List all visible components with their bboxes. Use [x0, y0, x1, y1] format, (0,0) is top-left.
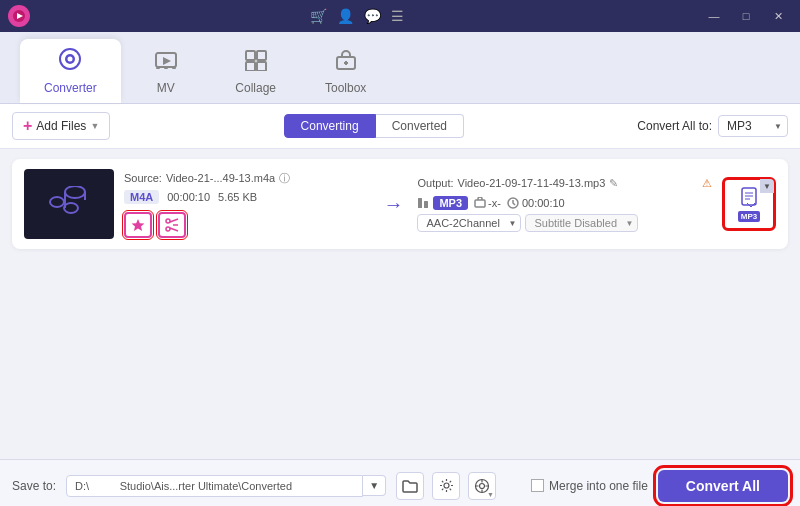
star-button[interactable]	[124, 212, 152, 238]
status-tabs: Converting Converted	[284, 114, 464, 138]
svg-point-24	[166, 227, 170, 231]
subtitle-select-wrap: Subtitle Disabled ▼	[525, 214, 638, 232]
close-button[interactable]: ✕	[764, 6, 792, 26]
source-info-icon[interactable]: ⓘ	[279, 171, 290, 186]
add-files-button[interactable]: + Add Files ▼	[12, 112, 110, 140]
svg-point-21	[64, 203, 78, 213]
svg-rect-12	[246, 62, 255, 71]
tab-bar: Converter MV Collage	[0, 32, 800, 104]
svg-rect-29	[424, 201, 428, 208]
svg-rect-11	[257, 51, 266, 60]
format-select[interactable]: MP3 MP4 AAC WAV	[718, 115, 788, 137]
output-duration-section: 00:00:10	[507, 197, 565, 209]
main-content: Source: Video-21-...49-13.m4a ⓘ M4A 00:0…	[0, 149, 800, 459]
folder-button[interactable]	[396, 472, 424, 500]
save-to-label: Save to:	[12, 479, 56, 493]
output-edit-icon[interactable]: ✎	[609, 177, 618, 190]
titlebar-utility-icons: 🛒 👤 💬 ☰	[310, 8, 404, 24]
cart-icon[interactable]: 🛒	[310, 8, 327, 24]
converting-tab[interactable]: Converting	[284, 114, 376, 138]
file-meta-row: M4A 00:00:10 5.65 KB	[124, 190, 369, 204]
output-duration: 00:00:10	[522, 197, 565, 209]
output-info: Output: Video-21-09-17-11-49-13.mp3 ✎ ⚠ …	[417, 177, 712, 232]
plus-icon: +	[23, 117, 32, 135]
svg-rect-7	[164, 67, 168, 69]
minimize-button[interactable]: —	[700, 6, 728, 26]
output-format-section: MP3	[417, 196, 468, 210]
source-filename: Video-21-...49-13.m4a	[166, 172, 275, 184]
output-info-icon[interactable]: ⚠	[702, 177, 712, 190]
add-files-dropdown-icon: ▼	[90, 121, 99, 131]
svg-rect-28	[418, 198, 422, 208]
thumbnail-dropdown-icon[interactable]: ▼	[760, 179, 774, 193]
tab-mv[interactable]: MV	[121, 43, 211, 103]
preferences-button[interactable]: ▼	[468, 472, 496, 500]
source-label: Source:	[124, 172, 162, 184]
tab-converter[interactable]: Converter	[20, 39, 121, 103]
merge-checkbox-wrap: Merge into one file	[531, 479, 648, 493]
bottom-icon-buttons: ▼	[396, 472, 496, 500]
collage-icon	[244, 49, 268, 77]
output-thumb-label: MP3	[738, 211, 760, 222]
svg-line-25	[170, 219, 178, 222]
file-thumbnail	[24, 169, 114, 239]
svg-point-18	[50, 197, 64, 207]
output-thumb-content: MP3	[738, 187, 760, 222]
tab-toolbox[interactable]: Toolbox	[301, 41, 391, 103]
svg-point-4	[68, 57, 73, 62]
svg-point-38	[480, 483, 485, 488]
output-label: Output:	[417, 177, 453, 189]
file-source-row: Source: Video-21-...49-13.m4a ⓘ	[124, 171, 369, 186]
output-mp3-badge: MP3	[433, 196, 468, 210]
settings-button[interactable]	[432, 472, 460, 500]
tab-converter-label: Converter	[44, 81, 97, 95]
file-item: Source: Video-21-...49-13.m4a ⓘ M4A 00:0…	[12, 159, 788, 249]
converter-icon	[58, 47, 82, 77]
output-filename: Video-21-09-17-11-49-13.mp3	[458, 177, 606, 189]
output-channel-row: AAC-2Channel AAC-Stereo ▼ Subtitle Disab…	[417, 214, 712, 232]
convert-all-to-label: Convert All to:	[637, 119, 712, 133]
svg-line-26	[170, 228, 178, 231]
file-info-left: Source: Video-21-...49-13.m4a ⓘ M4A 00:0…	[124, 171, 369, 238]
bottom-bar: Save to: ▼ ▼ Merge into one file	[0, 459, 800, 506]
save-path-input[interactable]	[66, 475, 363, 497]
svg-rect-30	[475, 200, 485, 207]
tab-toolbox-label: Toolbox	[325, 81, 366, 95]
svg-rect-10	[246, 51, 255, 60]
add-files-label: Add Files	[36, 119, 86, 133]
format-select-wrapper: MP3 MP4 AAC WAV ▼	[718, 115, 788, 137]
user-icon[interactable]: 👤	[337, 8, 354, 24]
menu-icon[interactable]: ☰	[391, 8, 404, 24]
converted-tab[interactable]: Converted	[376, 114, 464, 138]
output-thumbnail[interactable]: ▼ MP3	[722, 177, 776, 231]
channel-select[interactable]: AAC-2Channel AAC-Stereo	[417, 214, 521, 232]
svg-marker-9	[163, 57, 171, 65]
svg-point-23	[166, 219, 170, 223]
convert-all-to-section: Convert All to: MP3 MP4 AAC WAV ▼	[637, 115, 788, 137]
output-controls-row: MP3 -x- 00:00:10	[417, 196, 712, 210]
chat-icon[interactable]: 💬	[364, 8, 381, 24]
merge-label: Merge into one file	[549, 479, 648, 493]
svg-point-17	[65, 186, 85, 198]
window-controls: — □ ✕	[700, 6, 792, 26]
size-control-section: -x-	[474, 197, 501, 209]
path-dropdown-button[interactable]: ▼	[363, 475, 386, 496]
output-size: -x-	[488, 197, 501, 209]
cut-button[interactable]	[158, 212, 186, 238]
tab-mv-label: MV	[157, 81, 175, 95]
svg-rect-13	[257, 62, 266, 71]
maximize-button[interactable]: □	[732, 6, 760, 26]
titlebar: 🛒 👤 💬 ☰ — □ ✕	[0, 0, 800, 32]
toolbox-icon	[334, 49, 358, 77]
merge-checkbox[interactable]	[531, 479, 544, 492]
format-badge: M4A	[124, 190, 159, 204]
svg-point-36	[444, 483, 449, 488]
path-input-wrapper: ▼	[66, 475, 386, 497]
svg-rect-8	[172, 67, 176, 69]
mv-icon	[154, 51, 178, 77]
svg-rect-6	[156, 67, 160, 69]
app-logo	[8, 5, 30, 27]
convert-all-button[interactable]: Convert All	[658, 470, 788, 502]
tab-collage[interactable]: Collage	[211, 41, 301, 103]
subtitle-select[interactable]: Subtitle Disabled	[525, 214, 638, 232]
